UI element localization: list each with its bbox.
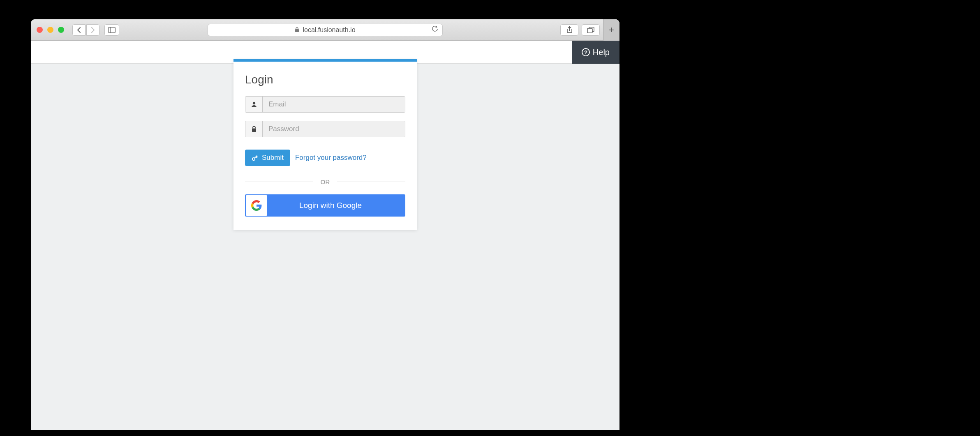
help-icon: ? bbox=[582, 48, 590, 56]
url-text: local.fusionauth.io bbox=[303, 26, 355, 34]
back-button[interactable] bbox=[72, 24, 86, 36]
email-input-group bbox=[245, 96, 405, 113]
submit-label: Submit bbox=[262, 154, 284, 162]
key-icon bbox=[252, 155, 258, 161]
login-actions: Submit Forgot your password? bbox=[245, 150, 405, 166]
new-tab-button[interactable]: + bbox=[603, 19, 619, 41]
page-body: ? Help Login Submit bbox=[31, 41, 619, 430]
forward-button[interactable] bbox=[86, 24, 99, 36]
share-button[interactable] bbox=[560, 24, 578, 36]
lock-icon bbox=[245, 121, 263, 137]
tabs-button[interactable] bbox=[582, 24, 600, 36]
maximize-window-icon[interactable] bbox=[58, 27, 64, 33]
nav-button-group bbox=[72, 24, 99, 36]
submit-button[interactable]: Submit bbox=[245, 150, 290, 166]
svg-rect-3 bbox=[587, 28, 592, 33]
forgot-password-link[interactable]: Forgot your password? bbox=[295, 154, 367, 162]
password-input[interactable] bbox=[263, 121, 405, 137]
user-icon bbox=[245, 97, 263, 112]
google-login-button[interactable]: Login with Google bbox=[245, 194, 405, 217]
svg-rect-5 bbox=[252, 129, 256, 132]
browser-window: local.fusionauth.io + ? Help Login bbox=[31, 19, 619, 430]
lock-icon bbox=[295, 27, 299, 32]
login-title: Login bbox=[245, 73, 405, 86]
svg-rect-0 bbox=[109, 27, 116, 32]
google-icon bbox=[246, 195, 267, 216]
browser-toolbar: local.fusionauth.io + bbox=[31, 19, 619, 41]
window-controls bbox=[37, 27, 64, 33]
divider-label: OR bbox=[313, 178, 337, 185]
svg-point-4 bbox=[252, 102, 255, 104]
help-button[interactable]: ? Help bbox=[572, 41, 619, 64]
help-label: Help bbox=[593, 48, 610, 57]
sidebar-toggle-button[interactable] bbox=[104, 24, 119, 36]
google-login-label: Login with Google bbox=[268, 201, 405, 210]
reload-icon[interactable] bbox=[432, 26, 438, 34]
or-divider: OR bbox=[245, 178, 405, 185]
address-bar[interactable]: local.fusionauth.io bbox=[208, 24, 443, 36]
email-input[interactable] bbox=[263, 97, 405, 112]
password-input-group bbox=[245, 121, 405, 137]
close-window-icon[interactable] bbox=[37, 27, 43, 33]
svg-rect-2 bbox=[295, 29, 299, 32]
toolbar-right: + bbox=[560, 19, 619, 41]
login-card: Login Submit Forgot your password? bbox=[233, 59, 417, 230]
minimize-window-icon[interactable] bbox=[47, 27, 53, 33]
